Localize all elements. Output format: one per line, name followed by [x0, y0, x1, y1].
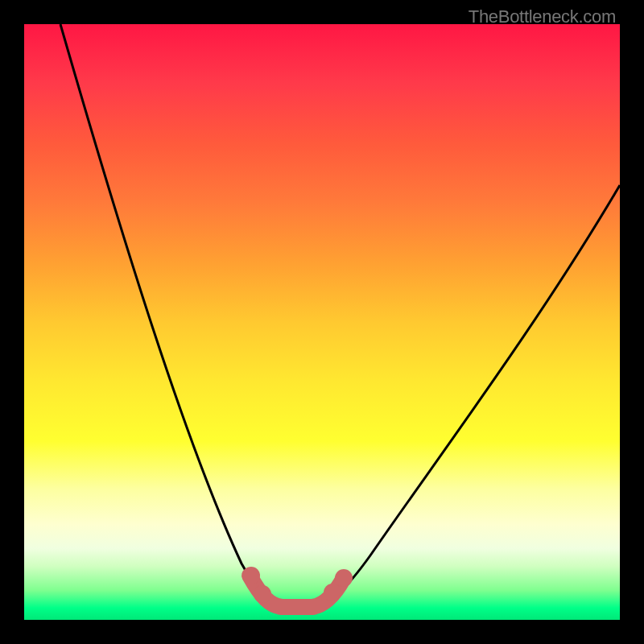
watermark-text: TheBottleneck.com	[469, 6, 616, 27]
highlight-dot	[254, 585, 271, 603]
highlight-dot	[242, 567, 260, 584]
highlight-dot	[335, 569, 353, 587]
chart-svg	[24, 24, 620, 620]
chart-area	[24, 24, 620, 620]
bottleneck-curve	[60, 24, 620, 606]
highlight-dot	[324, 584, 341, 601]
